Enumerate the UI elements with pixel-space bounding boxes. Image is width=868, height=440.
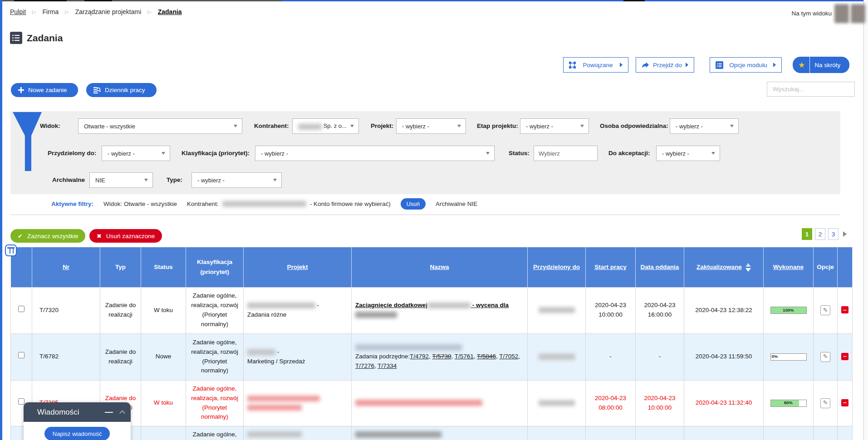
remove-row-icon[interactable]: −	[841, 353, 848, 360]
module-options-icon	[716, 61, 723, 69]
header-klasyfikacja: Klasyfikacja (priorytet)	[186, 247, 244, 287]
subtask-link[interactable]: T/7052	[499, 353, 518, 360]
header-start-pracy[interactable]: Start pracy	[586, 247, 636, 287]
przydzielony-do-select[interactable]: - wybierz -	[102, 146, 170, 161]
remove-filter-button[interactable]: Usuń	[401, 198, 426, 210]
task-nazwa[interactable]	[352, 380, 528, 426]
projekt-select[interactable]: - wybierz -	[396, 118, 466, 134]
edit-icon[interactable]: ✎	[820, 305, 830, 315]
osoba-value: - wybierz -	[676, 123, 703, 130]
przydzielony-value: - wybierz -	[108, 150, 135, 157]
edit-icon[interactable]: ✎	[820, 352, 830, 362]
row-checkbox[interactable]	[18, 306, 25, 312]
widok-select[interactable]: Otwarte - wszystkie	[78, 118, 242, 134]
breadcrumb-firma[interactable]: Firma	[43, 8, 59, 15]
compose-message-button[interactable]: Napisz wiadomość	[44, 427, 110, 440]
task-nazwa[interactable]	[352, 426, 528, 440]
archiwalne-select[interactable]: NIE	[89, 172, 153, 188]
breadcrumb-zadania[interactable]: Zadania	[158, 8, 182, 15]
task-projekt[interactable]: -Marketing / Sprzedaż	[244, 333, 352, 380]
header-nr[interactable]: Nr	[32, 247, 100, 287]
redacted-link[interactable]	[355, 344, 462, 351]
avatar[interactable]	[834, 4, 849, 23]
minimize-icon[interactable]: —	[105, 407, 113, 417]
header-projekt[interactable]: Projekt	[244, 247, 352, 287]
star-icon: ★	[798, 60, 805, 70]
sort-arrows-icon[interactable]	[745, 263, 751, 272]
przejdz-do-button[interactable]: Przejdź do	[636, 57, 694, 73]
task-nazwa[interactable]: Zadania podrzędne:T/4792, T/5738, T/5761…	[352, 333, 528, 380]
messages-widget-header[interactable]: Wiadomości —	[24, 402, 131, 422]
klasyfikacja-select[interactable]: - wybierz -	[255, 146, 495, 161]
task-projekt[interactable]: -Zadania różne	[244, 287, 352, 333]
subtask-link[interactable]: T/5846	[477, 353, 496, 360]
na-skroty-button[interactable]: ★ Na skróty	[793, 57, 849, 73]
plus-icon	[18, 87, 24, 93]
dziennik-pracy-button[interactable]: Dziennik pracy	[86, 83, 157, 97]
status-input[interactable]	[534, 146, 598, 161]
top-edge-strip	[0, 0, 868, 1]
header-status: Status	[141, 247, 186, 287]
breadcrumb-projekty[interactable]: Zarządzanie projektami	[75, 8, 142, 15]
etap-projektu-select[interactable]: - wybierz -	[520, 118, 589, 134]
header-nazwa[interactable]: Nazwa	[352, 247, 528, 287]
search-input[interactable]	[773, 86, 853, 93]
redacted-link[interactable]	[355, 431, 441, 438]
subtask-link[interactable]: T/7276	[355, 362, 374, 369]
submenu-caret-icon	[686, 63, 688, 67]
task-nazwa[interactable]: Zaciągnięcie dodatkowej - wycena dla	[352, 287, 528, 333]
klasyfikacja-label: Klasyfikacja (priorytet):	[181, 150, 250, 156]
task-zaktualizowane: 2020-04-23 11:32:40	[684, 380, 764, 426]
next-page-icon[interactable]	[843, 231, 847, 237]
opcje-modulu-label: Opcje modułu	[729, 62, 767, 68]
row-checkbox[interactable]	[18, 352, 25, 358]
kontrahent-select[interactable]: Sp. z o...	[292, 118, 359, 134]
type-value: - wybierz -	[197, 177, 225, 184]
task-nr[interactable]: T/6782	[32, 333, 100, 380]
redacted-text	[247, 431, 302, 437]
column-settings-icon[interactable]	[5, 244, 17, 256]
task-name-link[interactable]: Zaciągnięcie dodatkowej - wycena dla	[355, 302, 509, 308]
na-skroty-label: Na skróty	[814, 62, 840, 68]
breadcrumb-pulpit[interactable]: Pulpit	[10, 8, 26, 15]
redacted-link[interactable]	[355, 400, 482, 406]
search-box	[767, 82, 855, 97]
avatar[interactable]	[851, 4, 865, 23]
powiazane-button[interactable]: Powiązane	[563, 57, 628, 73]
chevron-up-icon[interactable]	[119, 410, 125, 416]
header-zaktualizowane[interactable]: Zaktualizowane	[684, 247, 764, 287]
page-1-button[interactable]: 1	[802, 228, 812, 240]
delete-selected-button[interactable]: ✖ Usuń zaznaczone	[89, 229, 162, 243]
header-wykonane[interactable]: Wykonane	[764, 247, 814, 287]
opcje-modulu-button[interactable]: Opcje modułu	[710, 57, 782, 73]
messages-title: Wiadomości	[37, 408, 105, 417]
osoba-odpowiedzialna-select[interactable]: - wybierz -	[670, 118, 739, 134]
active-filter-kontrahent: Kontrahent: - Konto firmowe nie wybierać…	[187, 200, 391, 207]
edit-icon[interactable]: ✎	[820, 398, 830, 408]
scrollbar-track[interactable]	[864, 0, 868, 440]
remove-row-icon[interactable]: −	[841, 399, 848, 406]
dropdown-arrow-icon	[162, 152, 165, 155]
subtask-link[interactable]: T/5738	[432, 353, 451, 360]
task-nr[interactable]: T/7320	[32, 287, 100, 333]
page-2-button[interactable]: 2	[815, 228, 825, 240]
tasks-module-icon	[10, 32, 22, 44]
task-typ: Zadanie do realizacji	[100, 287, 141, 333]
header-przydzielony-do[interactable]: Przydzielony do	[528, 247, 586, 287]
task-projekt[interactable]	[244, 380, 352, 426]
page-3-button[interactable]: 3	[828, 228, 839, 240]
task-klasyfikacja: Zadanie ogólne, realizacja, rozwój (Prio…	[186, 333, 244, 380]
remove-row-icon[interactable]: −	[841, 306, 848, 313]
task-klasyfikacja: Zadanie ogólne, realizacja, rozwój (Prio…	[186, 380, 244, 426]
do-akceptacji-select[interactable]: - wybierz -	[656, 146, 720, 161]
task-start: 2020-04-23 10:00:00	[586, 287, 636, 333]
task-przydzielony	[528, 380, 586, 426]
subtask-link[interactable]: T/5761	[455, 353, 474, 360]
nowe-zadanie-button[interactable]: Nowe zadanie	[11, 83, 78, 97]
header-data-oddania[interactable]: Data oddania	[636, 247, 684, 287]
select-all-button[interactable]: ✔ Zaznacz wszystkie	[10, 229, 85, 243]
subtask-link[interactable]: T/7334	[378, 362, 397, 369]
type-select[interactable]: - wybierz -	[191, 172, 282, 188]
task-wykonane: 0%	[764, 333, 814, 380]
subtask-link[interactable]: T/4792	[410, 353, 429, 360]
